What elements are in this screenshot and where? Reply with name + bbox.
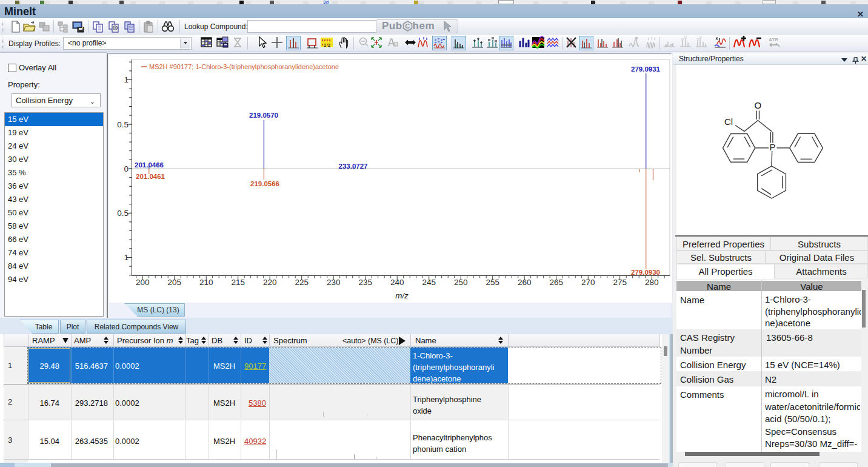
svg-text:265: 265 [549, 278, 563, 287]
svg-text:2: 2 [328, 43, 330, 47]
svg-text:225: 225 [295, 278, 309, 287]
svg-text:215: 215 [231, 278, 245, 287]
svg-text:230: 230 [327, 278, 341, 287]
svg-text:201.0466: 201.0466 [135, 161, 164, 169]
svg-text:275: 275 [613, 278, 627, 287]
svg-text:ATR: ATR [769, 37, 778, 42]
svg-text:m/z: m/z [395, 291, 409, 300]
svg-text:201.0461: 201.0461 [136, 173, 165, 180]
svg-text:1: 1 [324, 43, 326, 47]
svg-text:210: 210 [199, 278, 213, 287]
svg-text:0.5: 0.5 [117, 120, 129, 129]
svg-text:270: 270 [581, 278, 595, 287]
svg-text:235: 235 [358, 278, 372, 287]
svg-text:279.0931: 279.0931 [631, 66, 661, 73]
svg-text:219.0566: 219.0566 [250, 180, 279, 187]
svg-text:1: 1 [124, 253, 129, 262]
svg-text:O: O [755, 100, 762, 110]
svg-text:280: 280 [645, 278, 659, 287]
svg-text:240: 240 [390, 278, 404, 287]
svg-text:P: P [769, 142, 775, 152]
svg-text:255: 255 [486, 278, 499, 287]
svg-text:1: 1 [124, 75, 129, 84]
svg-text:220: 220 [263, 278, 277, 287]
svg-text:279.0930: 279.0930 [631, 269, 660, 276]
svg-text:250: 250 [454, 278, 468, 287]
svg-text:MS2H #90177; 1-Chloro-3-(triph: MS2H #90177; 1-Chloro-3-(triphenylphosph… [149, 63, 339, 70]
svg-text:219.0570: 219.0570 [249, 112, 278, 119]
svg-text:245: 245 [422, 278, 436, 287]
svg-text:C: C [405, 22, 410, 30]
svg-text:0.5: 0.5 [117, 209, 129, 218]
svg-text:233.0727: 233.0727 [339, 163, 368, 170]
svg-text:205: 205 [167, 278, 181, 287]
svg-text:Cl: Cl [724, 116, 733, 127]
svg-text:200: 200 [136, 278, 150, 287]
svg-text:0: 0 [124, 164, 129, 173]
svg-text:260: 260 [518, 278, 532, 287]
